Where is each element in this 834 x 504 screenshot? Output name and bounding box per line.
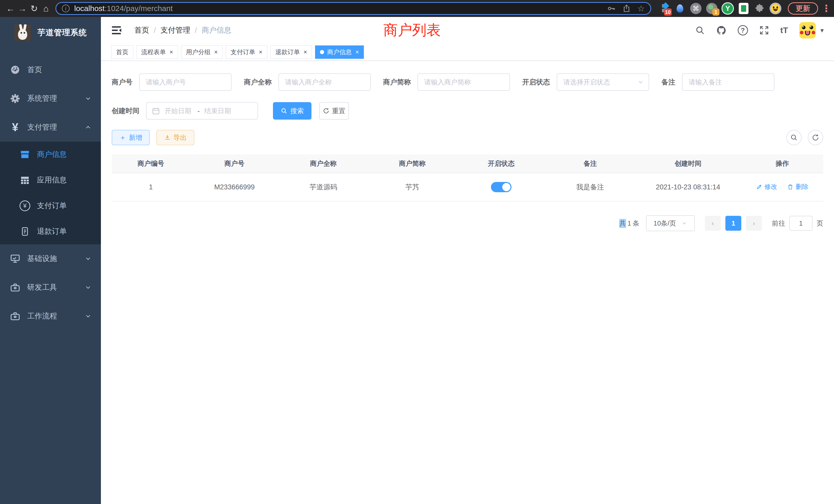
bookmark-star-icon[interactable]: ☆ bbox=[637, 4, 645, 13]
merchant-no-input[interactable] bbox=[139, 73, 232, 91]
status-toggle[interactable] bbox=[491, 182, 511, 192]
search-button[interactable]: 搜索 bbox=[273, 102, 311, 120]
edit-link[interactable]: 修改 bbox=[756, 182, 777, 191]
close-icon[interactable]: × bbox=[304, 48, 307, 56]
export-button[interactable]: 导出 bbox=[156, 130, 194, 145]
emoji-extension-icon[interactable] bbox=[769, 2, 782, 15]
total-suffix: 条 bbox=[633, 219, 639, 228]
yen-icon: ¥ bbox=[9, 121, 21, 134]
help-icon[interactable]: ? bbox=[738, 25, 748, 36]
pagination-goto: 前往 页 bbox=[772, 216, 823, 231]
tab-refund-orders[interactable]: 退款订单 × bbox=[270, 45, 312, 59]
url-path: :1024/pay/merchant bbox=[105, 4, 173, 13]
search-icon[interactable] bbox=[695, 25, 705, 35]
remark-input[interactable] bbox=[682, 73, 774, 91]
password-key-icon[interactable] bbox=[607, 4, 616, 13]
browser-update-button[interactable]: 更新 bbox=[788, 2, 818, 15]
sidebar: 芋道管理系统 首页 系统管理 ¥ 支付管理 bbox=[0, 17, 101, 504]
total-count: 1 bbox=[628, 220, 631, 227]
command-extension-icon[interactable]: ⌘ bbox=[689, 2, 703, 15]
refresh-button[interactable] bbox=[808, 130, 823, 145]
browser-forward-icon[interactable]: → bbox=[17, 3, 28, 14]
date-range-picker[interactable]: 开始日期 - 结束日期 bbox=[146, 102, 258, 120]
tab-pay-orders[interactable]: 支付订单 × bbox=[226, 45, 267, 59]
sidebar-item-home[interactable]: 首页 bbox=[0, 55, 101, 84]
site-info-icon[interactable]: i bbox=[62, 5, 70, 12]
browser-reload-icon[interactable]: ↻ bbox=[28, 3, 40, 14]
tab-label: 首页 bbox=[116, 48, 128, 56]
reset-button[interactable]: 重置 bbox=[319, 102, 349, 120]
sidebar-item-pay-orders[interactable]: ¥ 支付订单 bbox=[0, 193, 101, 219]
goto-page-input[interactable] bbox=[789, 216, 812, 231]
tab-label: 流程表单 bbox=[141, 48, 166, 56]
toolbox-icon bbox=[9, 282, 21, 293]
cell-short-name: 芋艿 bbox=[368, 173, 457, 201]
next-page-button[interactable]: › bbox=[746, 216, 762, 231]
share-icon[interactable] bbox=[622, 4, 631, 13]
avatar-caret-icon[interactable]: ▾ bbox=[820, 26, 824, 35]
address-bar[interactable]: i localhost:1024/pay/merchant ☆ bbox=[56, 2, 651, 15]
page-size-value: 10条/页 bbox=[654, 219, 676, 228]
full-name-input[interactable] bbox=[278, 73, 371, 91]
breadcrumb-home[interactable]: 首页 bbox=[134, 25, 149, 36]
sidebar-fold-icon[interactable] bbox=[111, 25, 123, 35]
cell-create-time: 2021-10-23 08:31:14 bbox=[635, 173, 742, 201]
tab-home[interactable]: 首页 bbox=[111, 45, 133, 59]
sidebar-item-workflow[interactable]: 工作流程 bbox=[0, 302, 101, 330]
sidebar-item-dev-tools[interactable]: 研发工具 bbox=[0, 273, 101, 302]
breadcrumb: 首页 / 支付管理 / 商户信息 bbox=[134, 25, 236, 36]
profile-extension-icon[interactable]: 1 bbox=[705, 2, 719, 15]
tab-merchant-info[interactable]: 商户信息 × bbox=[315, 45, 364, 59]
app-logo[interactable]: 芋道管理系统 bbox=[0, 17, 101, 48]
y-extension-icon[interactable]: Y bbox=[721, 2, 734, 15]
sidebar-item-label: 研发工具 bbox=[27, 282, 57, 293]
delete-link[interactable]: 删除 bbox=[787, 182, 808, 191]
sidebar-item-infrastructure[interactable]: 基础设施 bbox=[0, 244, 101, 273]
notes-extension-icon[interactable] bbox=[737, 2, 750, 15]
plus-icon: ＋ bbox=[119, 133, 126, 142]
filter-create-time: 创建时间 开始日期 - 结束日期 bbox=[112, 102, 258, 120]
filter-label: 开启状态 bbox=[522, 77, 550, 87]
cell-merchant-index: 1 bbox=[112, 173, 190, 201]
cell-status bbox=[457, 173, 546, 201]
breadcrumb-payment[interactable]: 支付管理 bbox=[160, 25, 190, 36]
prev-page-button[interactable]: ‹ bbox=[705, 216, 721, 231]
page-number-1[interactable]: 1 bbox=[725, 216, 741, 231]
sidebar-item-app-info[interactable]: 应用信息 bbox=[0, 167, 101, 193]
browser-menu-icon[interactable]: ⋮ bbox=[822, 3, 831, 14]
sidebar-item-label: 商户信息 bbox=[37, 150, 67, 160]
sidebar-item-system[interactable]: 系统管理 bbox=[0, 84, 101, 113]
sidebar-item-merchant-info[interactable]: 商户信息 bbox=[0, 142, 101, 167]
close-icon[interactable]: × bbox=[170, 48, 173, 56]
short-name-input[interactable] bbox=[418, 73, 510, 91]
sidebar-item-payment[interactable]: ¥ 支付管理 bbox=[0, 113, 101, 142]
chevron-down-icon bbox=[85, 313, 92, 320]
hide-search-button[interactable] bbox=[786, 130, 802, 145]
page-size-select[interactable]: 10条/页 bbox=[646, 215, 695, 231]
status-select[interactable] bbox=[557, 73, 649, 91]
tab-label: 退款订单 bbox=[275, 48, 300, 56]
github-icon[interactable] bbox=[716, 25, 726, 36]
font-size-icon[interactable]: tT bbox=[780, 26, 788, 35]
chevron-down-icon bbox=[85, 95, 92, 102]
sidebar-item-refund-orders[interactable]: 退款订单 bbox=[0, 219, 101, 244]
close-icon[interactable]: × bbox=[214, 48, 218, 56]
close-icon[interactable]: × bbox=[259, 48, 262, 56]
coin-yen-icon: ¥ bbox=[19, 201, 31, 211]
browser-home-icon[interactable]: ⌂ bbox=[40, 3, 52, 14]
chevron-down-icon bbox=[85, 284, 92, 291]
rabbit-logo-image bbox=[14, 24, 31, 41]
tab-process-form[interactable]: 流程表单 × bbox=[136, 45, 178, 59]
column-header: 商户编号 bbox=[112, 155, 190, 173]
close-icon[interactable]: × bbox=[355, 48, 359, 56]
add-button[interactable]: ＋ 新增 bbox=[112, 130, 150, 145]
tab-user-group[interactable]: 用户分组 × bbox=[181, 45, 223, 59]
column-header: 创建时间 bbox=[635, 155, 742, 173]
browser-back-icon[interactable]: ← bbox=[5, 3, 17, 14]
puzzle-extensions-icon[interactable] bbox=[753, 2, 766, 15]
balloon-extension-icon[interactable] bbox=[673, 2, 687, 15]
avatar[interactable] bbox=[799, 22, 816, 39]
fullscreen-icon[interactable] bbox=[759, 25, 769, 35]
column-header: 开启状态 bbox=[457, 155, 546, 173]
sidekick-extension-icon[interactable]: 10 bbox=[657, 2, 671, 15]
